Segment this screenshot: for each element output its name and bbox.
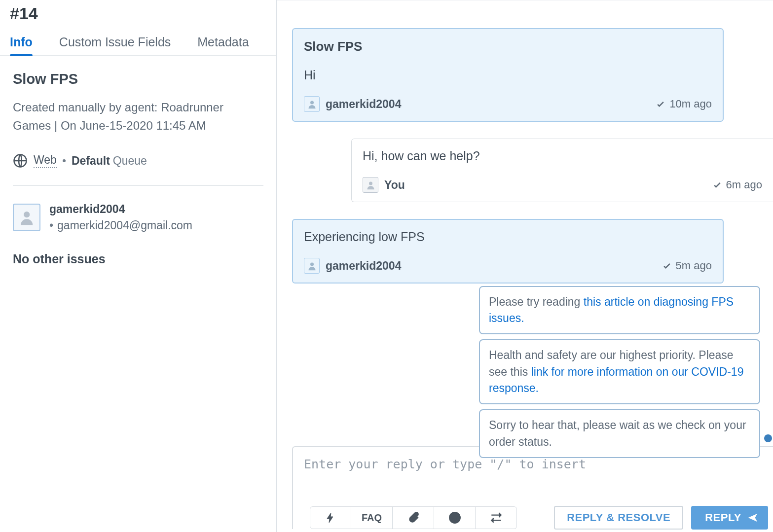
avatar-icon [304,96,320,112]
lightning-icon [325,512,336,524]
attachment-button[interactable] [393,506,434,529]
suggestion-item[interactable]: Health and safety are our highest priori… [479,339,760,404]
new-activity-indicator-icon [764,434,772,442]
message-sender: gamerkid2004 [326,98,401,111]
svg-point-5 [449,512,460,523]
reply-suggestions: Please try reading this article on diagn… [479,286,760,458]
queue-name: Queue [113,154,147,167]
reply-toolbar: FAQ REPLY & RESOLVE REPLY [307,503,773,532]
quick-replies-button[interactable] [310,506,351,529]
ticket-sidebar: #14 Info Custom Issue Fields Metadata Sl… [0,0,277,532]
issue-title: Slow FPS [13,71,263,87]
svg-point-1 [24,212,30,217]
message-title: Slow FPS [304,39,712,54]
dot-separator-icon [63,159,66,162]
queue-label: DefaultQueue [72,154,147,168]
message-footer: gamerkid2004 10m ago [304,96,712,112]
avatar-icon [304,258,320,274]
faq-button[interactable]: FAQ [351,506,393,529]
message-timestamp: 6m ago [712,178,762,191]
suggestion-text: Sorry to hear that, please wait as we ch… [489,419,746,448]
message-body: Hi, how can we help? [363,149,762,163]
message-body: Experiencing low FPS [304,230,712,244]
customer-block: gamerkid2004 •gamerkid2004@gmail.com [13,203,263,232]
transfer-icon [490,511,503,524]
tab-info[interactable]: Info [10,29,33,55]
customer-email-row: •gamerkid2004@gmail.com [49,219,192,232]
suggestion-item[interactable]: Please try reading this article on diagn… [479,286,760,335]
message-footer: You 6m ago [363,177,762,193]
suggestion-item[interactable]: Sorry to hear that, please wait as we ch… [479,409,760,458]
reply-button[interactable]: REPLY [691,506,768,530]
created-by-line: Created manually by agent: Roadrunner Ga… [13,98,263,135]
check-icon [656,99,665,109]
info-panel: Slow FPS Created manually by agent: Road… [0,56,276,281]
avatar-icon [363,177,378,193]
customer-avatar-icon [13,204,40,231]
svg-point-2 [310,101,314,104]
message-customer[interactable]: Slow FPS Hi gamerkid2004 10m ago [292,28,724,122]
svg-point-3 [369,181,372,185]
suggestion-text: Please try reading [489,295,584,308]
message-sender: gamerkid2004 [326,259,401,273]
paperclip-icon [407,511,420,524]
dot-separator-icon: • [49,219,53,232]
message-timestamp: 10m ago [656,98,712,110]
message-footer: gamerkid2004 5m ago [304,258,712,274]
message-time: 5m ago [676,259,712,272]
message-sender: You [384,178,405,192]
source-queue-row: Web DefaultQueue [13,153,263,186]
svg-point-4 [310,262,314,266]
ticket-id: #14 [0,0,276,29]
info-tabs: Info Custom Issue Fields Metadata [0,29,276,56]
globe-icon [13,153,28,168]
smile-icon [448,511,461,524]
message-time: 10m ago [669,98,712,110]
reply-area: FAQ REPLY & RESOLVE REPLY [292,446,773,532]
customer-email: gamerkid2004@gmail.com [57,219,192,232]
check-icon [712,180,722,190]
tab-custom-issue-fields[interactable]: Custom Issue Fields [59,29,171,55]
transfer-button[interactable] [476,506,517,529]
check-icon [662,261,672,271]
message-customer[interactable]: Experiencing low FPS gamerkid2004 5m ago [292,219,724,284]
message-agent[interactable]: Hi, how can we help? You 6m ago [351,139,773,202]
reply-button-label: REPLY [705,511,741,524]
source-web-label[interactable]: Web [34,153,57,168]
send-icon [747,512,758,523]
emoji-button[interactable] [434,506,476,529]
conversation-panel: Slow FPS Hi gamerkid2004 10m ago [277,0,773,532]
message-timestamp: 5m ago [662,259,712,272]
svg-point-7 [456,516,457,517]
customer-meta: gamerkid2004 •gamerkid2004@gmail.com [49,203,192,232]
message-time: 6m ago [726,178,762,191]
no-other-issues-label: No other issues [13,252,263,266]
messages-list: Slow FPS Hi gamerkid2004 10m ago [277,10,773,320]
customer-name: gamerkid2004 [49,203,192,216]
tab-metadata[interactable]: Metadata [197,29,249,55]
faq-label: FAQ [362,512,382,524]
reply-and-resolve-button[interactable]: REPLY & RESOLVE [554,506,683,530]
queue-default: Default [72,154,110,167]
message-body: Hi [304,68,712,82]
svg-point-6 [452,516,453,517]
